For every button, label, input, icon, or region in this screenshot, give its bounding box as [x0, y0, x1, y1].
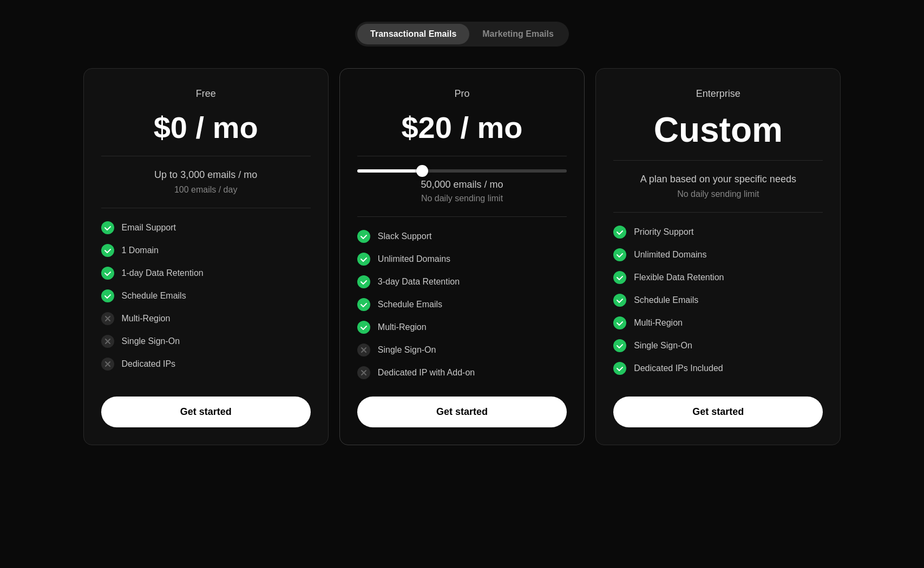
check-icon [101, 267, 114, 280]
feature-label: Schedule Emails [122, 291, 186, 301]
free-volume-line2: 100 emails / day [101, 185, 311, 195]
free-divider [101, 156, 311, 156]
enterprise-divider2 [613, 212, 823, 213]
list-item: Multi-Region [613, 316, 823, 329]
check-icon [357, 230, 370, 243]
pro-volume-info: 50,000 emails / mo No daily sending limi… [421, 179, 503, 203]
free-plan-card: Free $0 / mo Up to 3,000 emails / mo 100… [83, 68, 329, 445]
pro-plan-card: Pro $20 / mo 50,000 emails / mo No daily… [339, 68, 585, 445]
check-icon [357, 321, 370, 334]
tab-marketing[interactable]: Marketing Emails [469, 24, 567, 44]
feature-label: Single Sign-On [378, 345, 436, 355]
enterprise-plan-card: Enterprise Custom A plan based on your s… [595, 68, 841, 445]
pro-price: $20 / mo [357, 113, 567, 143]
feature-label: Unlimited Domains [634, 250, 706, 260]
list-item: Dedicated IPs Included [613, 362, 823, 375]
feature-label: 3-day Data Retention [378, 277, 460, 287]
check-icon [613, 294, 626, 307]
feature-label: Schedule Emails [634, 295, 698, 305]
check-icon [357, 298, 370, 311]
free-features-list: Email Support 1 Domain 1-day Data Retent… [101, 221, 311, 379]
free-volume-line1: Up to 3,000 emails / mo [101, 169, 311, 181]
list-item: Unlimited Domains [613, 248, 823, 261]
pro-divider [357, 156, 567, 156]
feature-label: Multi-Region [634, 318, 683, 328]
x-icon [101, 358, 114, 371]
feature-label: Dedicated IPs [122, 359, 176, 369]
feature-label: Multi-Region [122, 314, 171, 323]
tab-transactional[interactable]: Transactional Emails [357, 24, 469, 44]
check-icon [357, 253, 370, 266]
check-icon [101, 289, 114, 302]
pricing-cards: Free $0 / mo Up to 3,000 emails / mo 100… [83, 68, 841, 445]
list-item: Multi-Region [357, 321, 567, 334]
pro-tier-label: Pro [357, 88, 567, 100]
enterprise-desc-line2: No daily sending limit [613, 189, 823, 199]
list-item: Flexible Data Retention [613, 271, 823, 284]
list-item: Schedule Emails [613, 294, 823, 307]
list-item: Single Sign-On [613, 339, 823, 352]
check-icon [613, 362, 626, 375]
list-item: Schedule Emails [357, 298, 567, 311]
check-icon [613, 339, 626, 352]
list-item: Single Sign-On [357, 344, 567, 356]
pro-divider2 [357, 216, 567, 217]
check-icon [101, 221, 114, 234]
list-item: Slack Support [357, 230, 567, 243]
feature-label: Priority Support [634, 227, 693, 237]
feature-label: 1-day Data Retention [122, 268, 204, 278]
enterprise-price: Custom [613, 113, 823, 147]
list-item: Dedicated IPs [101, 358, 311, 371]
free-volume-info: Up to 3,000 emails / mo 100 emails / day [101, 169, 311, 195]
list-item: Unlimited Domains [357, 253, 567, 266]
pro-get-started-button[interactable]: Get started [357, 397, 567, 427]
feature-label: Slack Support [378, 232, 432, 241]
pro-features-list: Slack Support Unlimited Domains 3-day Da… [357, 230, 567, 379]
feature-label: Dedicated IPs Included [634, 364, 723, 373]
pro-volume-emails: 50,000 emails / mo [421, 179, 503, 190]
feature-label: Multi-Region [378, 322, 427, 332]
list-item: Email Support [101, 221, 311, 234]
x-icon [357, 344, 370, 356]
check-icon [613, 271, 626, 284]
pro-volume-limit: No daily sending limit [421, 194, 503, 203]
free-price: $0 / mo [101, 113, 311, 143]
check-icon [613, 226, 626, 239]
free-divider2 [101, 208, 311, 208]
list-item: Multi-Region [101, 312, 311, 325]
feature-label: Dedicated IP with Add-on [378, 368, 475, 378]
feature-label: Unlimited Domains [378, 254, 450, 264]
list-item: Single Sign-On [101, 335, 311, 348]
list-item: 3-day Data Retention [357, 275, 567, 288]
volume-slider[interactable] [357, 169, 567, 173]
feature-label: Single Sign-On [122, 336, 180, 346]
feature-label: Single Sign-On [634, 341, 692, 351]
check-icon [101, 244, 114, 257]
free-tier-label: Free [101, 88, 311, 100]
pro-slider-section: 50,000 emails / mo No daily sending limi… [357, 169, 567, 203]
list-item: Dedicated IP with Add-on [357, 366, 567, 379]
free-get-started-button[interactable]: Get started [101, 397, 311, 427]
enterprise-tier-label: Enterprise [613, 88, 823, 100]
feature-label: Flexible Data Retention [634, 273, 724, 282]
enterprise-divider [613, 160, 823, 161]
feature-label: Email Support [122, 223, 176, 233]
feature-label: 1 Domain [122, 246, 159, 255]
x-icon [357, 366, 370, 379]
check-icon [357, 275, 370, 288]
list-item: 1-day Data Retention [101, 267, 311, 280]
enterprise-get-started-button[interactable]: Get started [613, 397, 823, 427]
enterprise-description: A plan based on your specific needs No d… [613, 174, 823, 199]
list-item: Priority Support [613, 226, 823, 239]
x-icon [101, 335, 114, 348]
x-icon [101, 312, 114, 325]
enterprise-features-list: Priority Support Unlimited Domains Flexi… [613, 226, 823, 379]
check-icon [613, 316, 626, 329]
enterprise-desc-line1: A plan based on your specific needs [613, 174, 823, 185]
tab-switcher: Transactional Emails Marketing Emails [355, 22, 569, 47]
list-item: Schedule Emails [101, 289, 311, 302]
check-icon [613, 248, 626, 261]
list-item: 1 Domain [101, 244, 311, 257]
feature-label: Schedule Emails [378, 300, 442, 309]
